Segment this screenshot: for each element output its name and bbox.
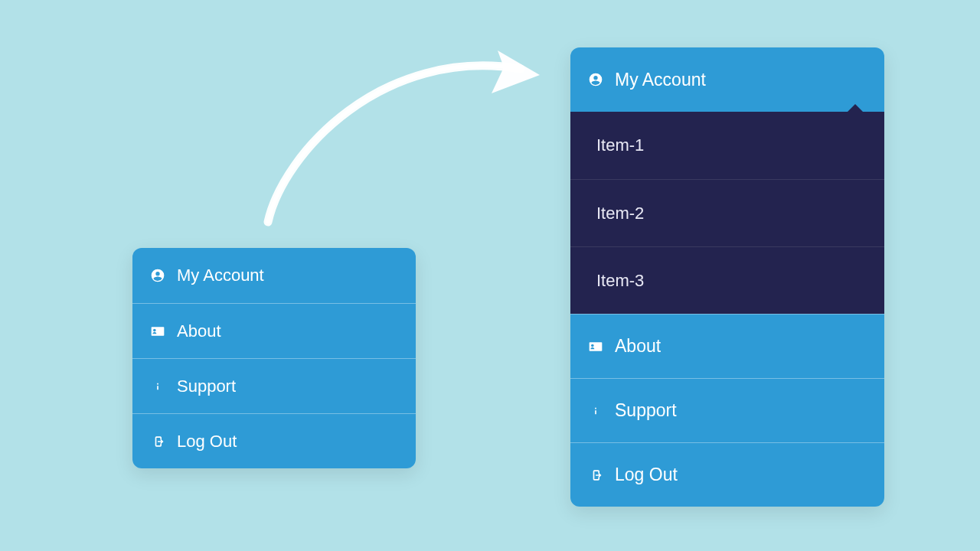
id-card-icon (587, 339, 604, 354)
menu-item-label: My Account (177, 266, 264, 285)
submenu-item-3[interactable]: Item-3 (570, 246, 884, 314)
menu-item-label: About (615, 336, 661, 357)
menu-item-label: About (177, 321, 221, 341)
menu-item-my-account[interactable]: My Account (132, 248, 416, 303)
menu-item-about[interactable]: About (132, 303, 416, 358)
menu-item-log-out[interactable]: Log Out (570, 442, 884, 507)
menu-item-label: Log Out (615, 465, 678, 485)
info-icon (587, 403, 604, 419)
menu-item-support[interactable]: Support (132, 358, 416, 413)
id-card-icon (149, 324, 166, 339)
menu-item-label: Log Out (177, 432, 237, 452)
menu-item-my-account[interactable]: My Account (570, 47, 884, 112)
user-circle-icon (587, 72, 604, 87)
dropdown-menu-expanded: My Account Item-1 Item-2 Item-3 About Su… (570, 47, 884, 507)
sign-out-icon (149, 434, 166, 449)
menu-item-about[interactable]: About (570, 314, 884, 378)
sign-out-icon (587, 468, 604, 483)
arrow-illustration (237, 23, 567, 253)
submenu-item-label: Item-2 (596, 204, 644, 223)
dropdown-menu-collapsed: My Account About Support Log Out (132, 248, 416, 468)
menu-item-label: Support (177, 377, 236, 396)
menu-item-label: Support (615, 400, 677, 421)
menu-item-label: My Account (615, 70, 706, 90)
menu-item-log-out[interactable]: Log Out (132, 413, 416, 468)
submenu-item-label: Item-1 (596, 135, 644, 155)
user-circle-icon (149, 268, 166, 283)
info-icon (149, 379, 166, 394)
submenu: Item-1 Item-2 Item-3 (570, 112, 884, 314)
menu-item-support[interactable]: Support (570, 378, 884, 442)
submenu-item-2[interactable]: Item-2 (570, 179, 884, 246)
submenu-item-1[interactable]: Item-1 (570, 112, 884, 179)
submenu-item-label: Item-3 (596, 271, 644, 291)
